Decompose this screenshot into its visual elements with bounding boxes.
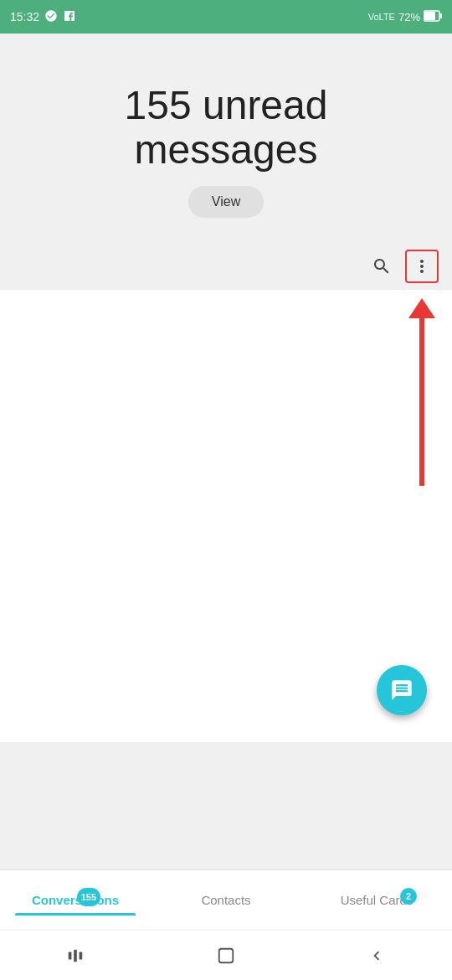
svg-rect-4	[74, 949, 77, 962]
unread-label: unread	[203, 83, 327, 127]
arrow-annotation	[408, 298, 435, 486]
chat-icon	[390, 678, 413, 702]
arrow-shaft	[419, 318, 424, 486]
messages-label: messages	[135, 127, 318, 172]
tab-conversations[interactable]: Conversations 155	[0, 885, 151, 916]
count-number: 155	[125, 83, 192, 127]
header-area: 155 unreadmessages View	[0, 34, 452, 243]
signal-icons: VoLTE	[368, 12, 395, 22]
recents-button[interactable]	[54, 939, 96, 972]
tab-contacts[interactable]: Contacts	[151, 885, 301, 916]
svg-rect-6	[219, 948, 234, 962]
compose-fab[interactable]	[377, 665, 427, 715]
tab-useful-cards[interactable]: Useful Cards 2	[301, 885, 452, 916]
battery-label: 72%	[398, 11, 420, 23]
back-button[interactable]	[356, 939, 398, 972]
useful-cards-badge: 2	[400, 888, 417, 905]
more-options-button[interactable]	[405, 250, 439, 283]
system-nav	[0, 930, 452, 980]
view-button[interactable]: View	[188, 186, 264, 218]
arrow-head	[408, 298, 435, 318]
tab-contacts-label: Contacts	[201, 893, 250, 907]
main-content	[0, 290, 452, 742]
facebook-icon	[63, 9, 76, 25]
unread-count: 155 unreadmessages	[125, 84, 328, 173]
svg-rect-3	[69, 952, 72, 959]
status-bar: 15:32 VoLTE 72%	[0, 0, 452, 34]
notification-icon	[44, 9, 58, 25]
svg-rect-2	[440, 13, 442, 18]
svg-rect-1	[424, 12, 435, 20]
tab-conversations-label: Conversations	[32, 893, 119, 907]
battery-icon	[424, 10, 442, 24]
search-icon[interactable]	[365, 250, 398, 283]
svg-rect-5	[80, 952, 83, 959]
status-left: 15:32	[10, 9, 76, 25]
time-label: 15:32	[10, 10, 39, 23]
toolbar	[0, 243, 452, 290]
bottom-nav: Conversations 155 Contacts Useful Cards …	[0, 869, 452, 930]
home-button[interactable]	[205, 939, 247, 972]
conversations-badge: 155	[77, 888, 100, 906]
status-right: VoLTE 72%	[368, 10, 442, 24]
